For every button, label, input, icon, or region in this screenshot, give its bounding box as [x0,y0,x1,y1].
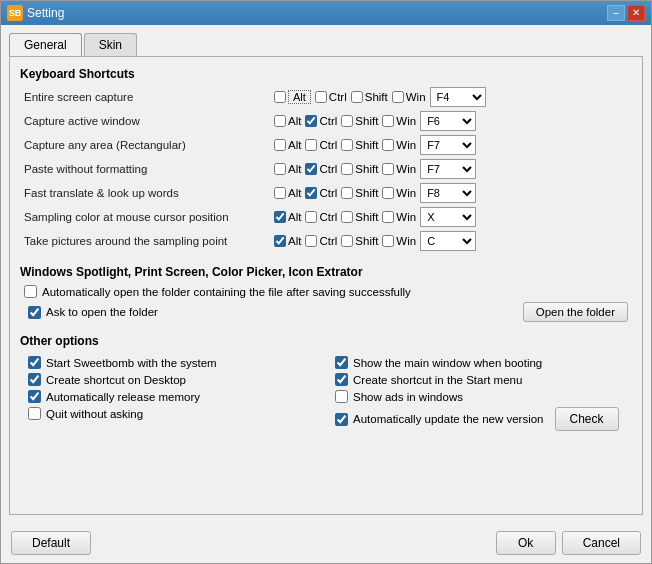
checkbox-create-start-menu[interactable] [335,373,348,386]
checkbox-shift-1[interactable] [341,115,353,127]
show-ads-label: Show ads in windows [353,391,463,403]
start-system-label: Start Sweetbomb with the system [46,357,217,369]
key-select-6[interactable]: CABX [420,231,476,251]
mod-shift-2: Shift [341,139,378,151]
checkbox-alt-3[interactable] [274,163,286,175]
checkbox-alt-6[interactable] [274,235,286,247]
checkbox-ctrl-4[interactable] [305,187,317,199]
checkbox-win-0[interactable] [392,91,404,103]
shift-label-2: Shift [355,139,378,151]
checkbox-ask-open[interactable] [28,306,41,319]
checkbox-win-4[interactable] [382,187,394,199]
key-select-0[interactable]: F4F5F6F7F8 [430,87,486,107]
mod-ctrl-6: Ctrl [305,235,337,247]
mod-shift-4: Shift [341,187,378,199]
tab-bar: General Skin [9,33,643,56]
checkbox-ctrl-2[interactable] [305,139,317,151]
checkbox-ctrl-1[interactable] [305,115,317,127]
checkbox-alt-5[interactable] [274,211,286,223]
shortcut-label-3: Paste without formatting [24,163,274,175]
other-opt-left-0: Start Sweetbomb with the system [24,354,321,371]
checkbox-win-3[interactable] [382,163,394,175]
spotlight-option-0: Automatically open the folder containing… [20,283,632,300]
alt-label-1: Alt [288,115,301,127]
mod-shift-6: Shift [341,235,378,247]
open-folder-button[interactable]: Open the folder [523,302,628,322]
win-label-2: Win [396,139,416,151]
shift-label-1: Shift [355,115,378,127]
checkbox-alt-1[interactable] [274,115,286,127]
default-button[interactable]: Default [11,531,91,555]
checkbox-ctrl-0[interactable] [315,91,327,103]
window-content: General Skin Keyboard Shortcuts Entire s… [1,25,651,523]
bottom-bar: Default Ok Cancel [1,523,651,563]
tab-content-general: Keyboard Shortcuts Entire screen capture… [9,56,643,515]
mod-ctrl-2: Ctrl [305,139,337,151]
win-label-5: Win [396,211,416,223]
mod-alt-2: Alt [274,139,301,151]
checkbox-win-5[interactable] [382,211,394,223]
checkbox-quit-no-ask[interactable] [28,407,41,420]
mod-win-3: Win [382,163,416,175]
app-icon: SB [7,5,23,21]
shortcut-modifiers-0: Alt Ctrl Shift Win [274,87,628,107]
tab-skin[interactable]: Skin [84,33,137,56]
checkbox-shift-3[interactable] [341,163,353,175]
alt-label-2: Alt [288,139,301,151]
other-options-right: Show the main window when booting Create… [331,354,628,433]
checkbox-ctrl-5[interactable] [305,211,317,223]
key-select-5[interactable]: XABC [420,207,476,227]
mod-win-2: Win [382,139,416,151]
quit-no-ask-label: Quit without asking [46,408,143,420]
checkbox-show-main-window[interactable] [335,356,348,369]
alt-label-6: Alt [288,235,301,247]
checkbox-win-2[interactable] [382,139,394,151]
win-label-6: Win [396,235,416,247]
spotlight-bottom: Ask to open the folder Open the folder [20,300,632,324]
shortcut-row-5: Sampling color at mouse cursor position … [20,205,632,229]
shortcut-modifiers-1: Alt Ctrl Shift Win [274,111,628,131]
checkbox-release-memory[interactable] [28,390,41,403]
other-opt-right-1: Create shortcut in the Start menu [331,371,628,388]
ok-button[interactable]: Ok [496,531,556,555]
ctrl-label-3: Ctrl [319,163,337,175]
check-button[interactable]: Check [555,407,619,431]
checkbox-shift-4[interactable] [341,187,353,199]
checkbox-win-6[interactable] [382,235,394,247]
checkbox-create-shortcut[interactable] [28,373,41,386]
spotlight-option-1: Ask to open the folder [24,304,162,321]
ctrl-label-1: Ctrl [319,115,337,127]
key-select-4[interactable]: F8F4F5F6F7 [420,183,476,203]
checkbox-auto-open[interactable] [24,285,37,298]
checkbox-start-system[interactable] [28,356,41,369]
key-select-2[interactable]: F7F4F5F6F8 [420,135,476,155]
keyboard-section-title: Keyboard Shortcuts [20,67,632,81]
checkbox-shift-5[interactable] [341,211,353,223]
minimize-button[interactable]: – [607,5,625,21]
checkbox-shift-2[interactable] [341,139,353,151]
mod-win-6: Win [382,235,416,247]
checkbox-ctrl-6[interactable] [305,235,317,247]
win-label-1: Win [396,115,416,127]
checkbox-alt-2[interactable] [274,139,286,151]
checkbox-shift-0[interactable] [351,91,363,103]
other-opt-right-2: Show ads in windows [331,388,628,405]
checkbox-show-ads[interactable] [335,390,348,403]
shortcut-row-0: Entire screen capture Alt Ctrl Shift [20,85,632,109]
ctrl-label-0: Ctrl [329,91,347,103]
title-bar: SB Setting – ✕ [1,1,651,25]
win-label-4: Win [396,187,416,199]
checkbox-alt-0[interactable] [274,91,286,103]
checkbox-auto-update[interactable] [335,413,348,426]
key-select-1[interactable]: F6F4F5F7F8 [420,111,476,131]
cancel-button[interactable]: Cancel [562,531,641,555]
checkbox-shift-6[interactable] [341,235,353,247]
checkbox-win-1[interactable] [382,115,394,127]
shift-label-3: Shift [355,163,378,175]
tab-general[interactable]: General [9,33,82,56]
checkbox-alt-4[interactable] [274,187,286,199]
checkbox-ctrl-3[interactable] [305,163,317,175]
auto-open-label: Automatically open the folder containing… [42,286,411,298]
key-select-3[interactable]: F7F4F5F6F8 [420,159,476,179]
close-button[interactable]: ✕ [627,5,645,21]
